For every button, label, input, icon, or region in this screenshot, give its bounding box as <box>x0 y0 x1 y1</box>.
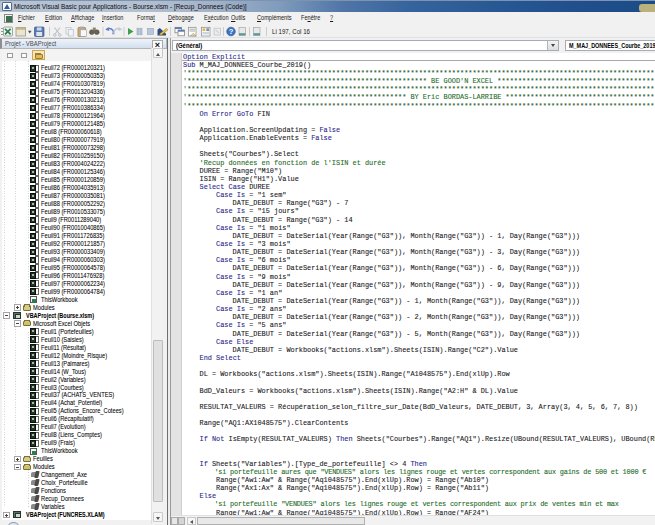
svg-text:?: ? <box>229 27 234 36</box>
